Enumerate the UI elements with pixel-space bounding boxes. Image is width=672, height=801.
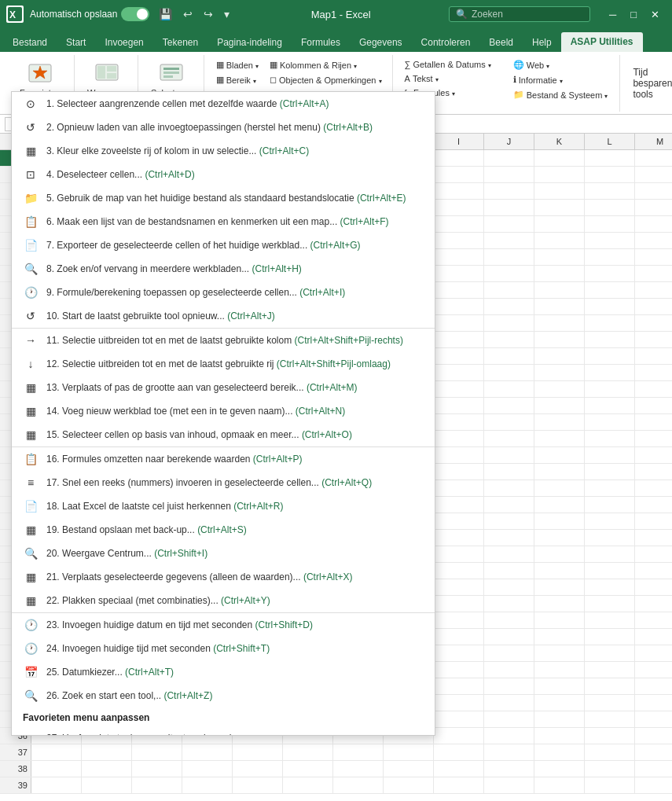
dropdown-item-5[interactable]: 📁 5. Gebruik de map van het huidige best… [12, 186, 435, 210]
cell-J24[interactable] [484, 530, 534, 546]
cell-K25[interactable] [534, 546, 585, 562]
cell-L24[interactable] [585, 530, 635, 546]
cell-M3[interactable] [635, 183, 672, 199]
dropdown-item-20[interactable]: 🔍 20. Weergave Centrum... (Ctrl+Shift+I) [12, 542, 435, 565]
cell-L5[interactable] [585, 216, 635, 232]
cell-I27[interactable] [434, 579, 484, 595]
cell-K2[interactable] [534, 167, 585, 182]
cell-M4[interactable] [635, 200, 672, 215]
cell-J31[interactable] [484, 645, 534, 661]
cell-I23[interactable] [434, 513, 484, 529]
cell-L28[interactable] [585, 596, 635, 612]
cell-M20[interactable] [635, 464, 672, 479]
cell-M27[interactable] [635, 579, 672, 595]
cell-J26[interactable] [484, 563, 534, 579]
cell-C37[interactable] [132, 744, 182, 760]
dropdown-item-10[interactable]: ↺ 10. Start de laatst gebruikte tool opn… [12, 304, 435, 328]
dropdown-item-17[interactable]: ≡ 17. Snel een reeks (nummers) invoeren … [12, 471, 435, 494]
dropdown-item-24[interactable]: 🕐 24. Invoegen huidige tijd met seconden… [12, 637, 435, 660]
cell-M8[interactable] [635, 266, 672, 281]
cell-K6[interactable] [534, 233, 585, 248]
cell-K23[interactable] [534, 513, 585, 529]
cell-K20[interactable] [534, 464, 585, 479]
cell-L23[interactable] [585, 513, 635, 529]
cell-M18[interactable] [635, 431, 672, 446]
tab-formules[interactable]: Formules [292, 33, 350, 52]
search-input[interactable] [472, 9, 574, 20]
tab-beeld[interactable]: Beeld [479, 33, 523, 52]
tab-bestand[interactable]: Bestand [3, 33, 57, 52]
dropdown-item-22[interactable]: ▦ 22. Plakken speciaal (met combinaties)… [12, 589, 435, 612]
cell-I28[interactable] [434, 596, 484, 612]
cell-L37[interactable] [585, 744, 635, 760]
cell-I8[interactable] [434, 266, 484, 281]
cell-M24[interactable] [635, 530, 672, 546]
dropdown-item-21[interactable]: ▦ 21. Verplaats geselecteerde gegevens (… [12, 565, 435, 589]
cell-J37[interactable] [484, 744, 534, 760]
cell-J33[interactable] [484, 678, 534, 694]
cell-I36[interactable] [434, 728, 484, 744]
tab-tekenen[interactable]: Tekenen [153, 33, 207, 52]
cell-M34[interactable] [635, 695, 672, 711]
cell-K34[interactable] [534, 695, 585, 711]
tab-controleren[interactable]: Controleren [412, 33, 480, 52]
cell-L3[interactable] [585, 183, 635, 199]
cell-L1[interactable] [585, 150, 635, 166]
save-button[interactable]: 💾 [156, 6, 175, 22]
cell-J15[interactable] [484, 381, 534, 397]
cell-L26[interactable] [585, 563, 635, 579]
cell-I15[interactable] [434, 381, 484, 397]
cell-I10[interactable] [434, 299, 484, 314]
dropdown-item-1[interactable]: ⊙ 1. Selecteer aangrenzende cellen met d… [12, 92, 435, 116]
cell-L33[interactable] [585, 678, 635, 694]
cell-J5[interactable] [484, 216, 534, 232]
cell-I17[interactable] [434, 414, 484, 430]
cell-L35[interactable] [585, 711, 635, 727]
cell-K13[interactable] [534, 348, 585, 364]
cell-L19[interactable] [585, 447, 635, 463]
cell-L31[interactable] [585, 645, 635, 661]
cell-K29[interactable] [534, 612, 585, 628]
cell-J13[interactable] [484, 348, 534, 364]
col-header-M[interactable]: M [635, 134, 672, 149]
cell-L14[interactable] [585, 365, 635, 380]
cell-K7[interactable] [534, 249, 585, 265]
dropdown-item-14[interactable]: ▦ 14. Voeg nieuw werkblad toe (met een i… [12, 399, 435, 423]
cell-M35[interactable] [635, 711, 672, 727]
cell-J7[interactable] [484, 249, 534, 265]
cell-M21[interactable] [635, 480, 672, 496]
cell-M25[interactable] [635, 546, 672, 562]
cell-J25[interactable] [484, 546, 534, 562]
cell-L6[interactable] [585, 233, 635, 248]
tab-start[interactable]: Start [57, 33, 95, 52]
cell-K19[interactable] [534, 447, 585, 463]
cell-L32[interactable] [585, 662, 635, 678]
cell-I9[interactable] [434, 282, 484, 298]
cell-C39[interactable] [132, 777, 182, 793]
cell-A38[interactable] [31, 761, 82, 777]
cell-L39[interactable] [585, 777, 635, 793]
cell-M9[interactable] [635, 282, 672, 298]
cell-E37[interactable] [233, 744, 283, 760]
cell-L17[interactable] [585, 414, 635, 430]
cell-J38[interactable] [484, 761, 534, 777]
cell-L13[interactable] [585, 348, 635, 364]
maximize-button[interactable]: □ [624, 7, 643, 22]
cell-F38[interactable] [283, 761, 333, 777]
cell-J29[interactable] [484, 612, 534, 628]
dropdown-item-16[interactable]: 📋 16. Formules omzetten naar berekende w… [12, 446, 435, 471]
cell-I33[interactable] [434, 678, 484, 694]
cell-J17[interactable] [484, 414, 534, 430]
cell-I35[interactable] [434, 711, 484, 727]
undo-button[interactable]: ↩ [180, 6, 196, 22]
cell-L15[interactable] [585, 381, 635, 397]
cell-I24[interactable] [434, 530, 484, 546]
cell-M14[interactable] [635, 365, 672, 380]
dropdown-item-2[interactable]: ↺ 2. Opnieuw laden van alle invoegtoepas… [12, 116, 435, 139]
cell-K36[interactable] [534, 728, 585, 744]
dropdown-item-6[interactable]: 📋 6. Maak een lijst van de bestandsnamen… [12, 210, 435, 233]
cell-H39[interactable] [384, 777, 434, 793]
cell-M31[interactable] [635, 645, 672, 661]
cell-L27[interactable] [585, 579, 635, 595]
cell-J20[interactable] [484, 464, 534, 479]
